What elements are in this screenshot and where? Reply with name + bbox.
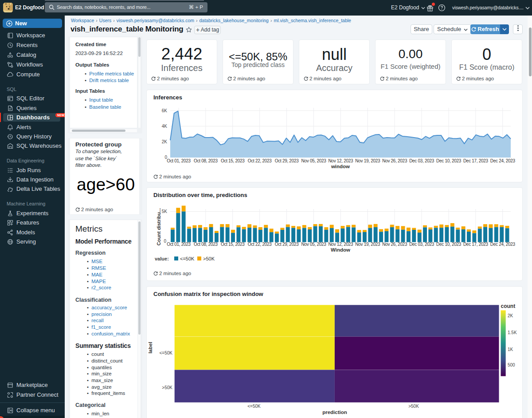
svg-text:Oct 22, 2023: Oct 22, 2023	[248, 158, 272, 163]
svg-text:1K: 1K	[508, 347, 513, 352]
svg-text:Dec 03, 2023: Dec 03, 2023	[409, 242, 434, 247]
svg-text:<=50K: <=50K	[160, 351, 173, 355]
svg-text:1.5K: 1.5K	[508, 330, 517, 335]
svg-text:Nov 19, 2023: Nov 19, 2023	[355, 242, 380, 247]
svg-text:label: label	[148, 342, 153, 353]
svg-text:Oct 15, 2023: Oct 15, 2023	[221, 158, 245, 163]
svg-text:Dec 10, 2023: Dec 10, 2023	[436, 242, 462, 247]
svg-text:Dec 17, 2023: Dec 17, 2023	[463, 158, 489, 163]
svg-text:Nov 12, 2023: Nov 12, 2023	[328, 158, 353, 163]
svg-text:0: 0	[164, 239, 166, 244]
svg-text:Dec 17, 2023: Dec 17, 2023	[463, 242, 489, 247]
svg-text:>50K: >50K	[162, 385, 172, 390]
svg-text:Oct 01, 2023: Oct 01, 2023	[167, 158, 191, 163]
svg-text:2K: 2K	[508, 313, 513, 318]
svg-text:Nov 19, 2023: Nov 19, 2023	[355, 158, 380, 163]
svg-text:Nov 12, 2023: Nov 12, 2023	[328, 242, 353, 247]
svg-text:>50K: >50K	[408, 404, 419, 409]
svg-text:Nov 05, 2023: Nov 05, 2023	[301, 158, 327, 163]
svg-text:Oct 29, 2023: Oct 29, 2023	[275, 242, 299, 247]
svg-text:Nov 26, 2023: Nov 26, 2023	[382, 158, 407, 163]
svg-text:Oct 08, 2023: Oct 08, 2023	[194, 242, 218, 247]
svg-text:6K: 6K	[162, 108, 168, 113]
svg-text:4K: 4K	[162, 124, 168, 129]
svg-text:Oct 22, 2023: Oct 22, 2023	[248, 242, 272, 247]
svg-text:Dec 24, 2023: Dec 24, 2023	[490, 158, 516, 163]
svg-text:Window: Window	[331, 247, 350, 252]
svg-text:Dec 10, 2023: Dec 10, 2023	[436, 158, 462, 163]
svg-text:Oct 15, 2023: Oct 15, 2023	[221, 242, 245, 247]
svg-text:Dec 03, 2023: Dec 03, 2023	[409, 158, 434, 163]
svg-text:window: window	[331, 164, 350, 169]
svg-text:Oct 01, 2023: Oct 01, 2023	[167, 242, 191, 247]
svg-text:500: 500	[508, 363, 515, 367]
svg-text:Oct 08, 2023: Oct 08, 2023	[194, 158, 218, 163]
svg-text:Oct 29, 2023: Oct 29, 2023	[275, 158, 299, 163]
svg-text:Count distribu...: Count distribu...	[156, 208, 161, 245]
svg-text:count: count	[501, 303, 516, 309]
svg-text:5K: 5K	[162, 209, 168, 214]
svg-text:Dec 24, 2023: Dec 24, 2023	[490, 242, 516, 247]
svg-text:2K: 2K	[162, 139, 168, 144]
svg-text:Nov 26, 2023: Nov 26, 2023	[382, 242, 407, 247]
svg-text:<=50K: <=50K	[247, 404, 261, 409]
svg-text:Nov 05, 2023: Nov 05, 2023	[301, 242, 327, 247]
svg-text:prediction: prediction	[322, 410, 347, 415]
